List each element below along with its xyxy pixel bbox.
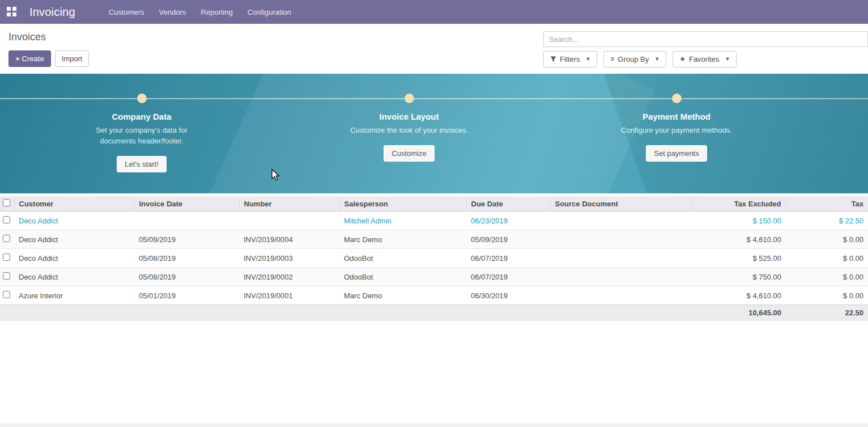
cell-salesperson[interactable]: OdooBot	[339, 268, 466, 286]
row-checkbox[interactable]	[3, 253, 10, 261]
cell-tax-excluded[interactable]: $ 4,610.00	[691, 286, 786, 305]
action-buttons: +Create Import	[8, 50, 89, 67]
menu-vendors[interactable]: Vendors	[152, 0, 194, 24]
invoice-row[interactable]: Deco Addict 05/09/2019 INV/2019/0004 Mar…	[0, 230, 868, 249]
cell-tax-excluded[interactable]: $ 525.00	[691, 249, 786, 268]
row-checkbox[interactable]	[3, 291, 10, 298]
cell-number[interactable]: INV/2019/0003	[239, 249, 339, 268]
cell-due-date[interactable]: 06/23/2019	[466, 212, 550, 230]
col-source-document[interactable]: Source Document	[550, 196, 691, 212]
cell-invoice-date[interactable]: 05/08/2019	[134, 268, 239, 286]
import-button[interactable]: Import	[55, 50, 90, 67]
filters-button-label: Filters	[560, 54, 580, 64]
cell-salesperson[interactable]: Mitchell Admin	[339, 212, 466, 230]
chevron-down-icon: ▼	[654, 54, 659, 64]
cell-number[interactable]: INV/2019/0001	[239, 286, 339, 305]
cell-tax-excluded[interactable]: $ 150.00	[691, 212, 786, 230]
navbar-menu: Customers Vendors Reporting Configuratio…	[101, 0, 299, 24]
cell-number[interactable]	[239, 212, 339, 230]
row-checkbox[interactable]	[3, 235, 10, 242]
select-all-checkbox[interactable]	[3, 199, 10, 206]
total-tax: 22.50	[786, 305, 868, 321]
cell-salesperson[interactable]: OdooBot	[339, 249, 466, 268]
col-tax[interactable]: Tax	[786, 196, 868, 212]
star-icon: ★	[679, 54, 686, 64]
invoice-row[interactable]: Deco Addict 05/08/2019 INV/2019/0003 Odo…	[0, 249, 868, 268]
filters-button[interactable]: Filters ▼	[543, 51, 597, 67]
invoice-row[interactable]: Deco Addict Mitchell Admin 06/23/2019 $ …	[0, 212, 868, 230]
favorites-button[interactable]: ★ Favorites ▼	[673, 51, 737, 67]
col-number[interactable]: Number	[239, 196, 339, 212]
cell-tax[interactable]: $ 0.00	[786, 268, 868, 286]
search-input[interactable]	[543, 31, 868, 47]
onboarding-step-invoice-layout: Invoice Layout Customize the look of you…	[318, 94, 500, 162]
row-checkbox[interactable]	[3, 272, 10, 280]
cell-customer[interactable]: Deco Addict	[14, 212, 134, 230]
col-customer[interactable]: Customer	[14, 196, 134, 212]
chevron-down-icon: ▼	[585, 54, 590, 64]
cell-customer[interactable]: Deco Addict	[14, 249, 134, 268]
cell-due-date[interactable]: 06/07/2019	[466, 268, 550, 286]
invoice-row[interactable]: Deco Addict 05/08/2019 INV/2019/0002 Odo…	[0, 268, 868, 286]
horizontal-scrollbar[interactable]	[0, 423, 868, 427]
cell-source-document[interactable]	[550, 212, 691, 230]
favorites-button-label: Favorites	[689, 54, 719, 64]
step-title: Payment Method	[586, 112, 767, 121]
step-description: Set your company's data for documents he…	[82, 125, 202, 147]
cell-tax-excluded[interactable]: $ 750.00	[691, 268, 786, 286]
cell-invoice-date[interactable]: 05/08/2019	[134, 249, 239, 268]
table-totals-row: 10,645.00 22.50	[0, 305, 868, 321]
cell-invoice-date[interactable]	[134, 212, 239, 230]
invoice-row[interactable]: Azure Interior 05/01/2019 INV/2019/0001 …	[0, 286, 868, 305]
group-by-button[interactable]: ≡ Group By ▼	[603, 51, 666, 67]
page-title[interactable]: Invoices	[8, 31, 89, 43]
cell-tax[interactable]: $ 0.00	[786, 286, 868, 305]
cell-source-document[interactable]	[550, 268, 691, 286]
cell-tax[interactable]: $ 0.00	[786, 249, 868, 268]
step-title: Invoice Layout	[318, 112, 500, 121]
menu-configuration[interactable]: Configuration	[240, 0, 299, 24]
row-checkbox-cell	[0, 286, 14, 305]
cell-due-date[interactable]: 06/30/2019	[466, 286, 550, 305]
cell-salesperson[interactable]: Marc Demo	[339, 286, 466, 305]
menu-customers[interactable]: Customers	[101, 0, 152, 24]
cell-salesperson[interactable]: Marc Demo	[339, 230, 466, 249]
chevron-down-icon: ▼	[725, 54, 730, 64]
customize-button[interactable]: Customize	[384, 145, 434, 162]
apps-grid-square	[12, 12, 16, 16]
cell-tax[interactable]: $ 0.00	[786, 230, 868, 249]
step-dot-icon	[137, 94, 147, 103]
cell-invoice-date[interactable]: 05/09/2019	[134, 230, 239, 249]
create-button[interactable]: +Create	[8, 50, 51, 67]
cell-source-document[interactable]	[550, 230, 691, 249]
cell-source-document[interactable]	[550, 249, 691, 268]
apps-grid-square	[12, 7, 16, 11]
set-payments-button[interactable]: Set payments	[646, 145, 707, 162]
col-tax-excluded[interactable]: Tax Excluded	[691, 196, 786, 212]
cell-due-date[interactable]: 06/07/2019	[466, 249, 550, 268]
cell-customer[interactable]: Azure Interior	[14, 286, 134, 305]
cell-number[interactable]: INV/2019/0002	[239, 268, 339, 286]
cell-tax[interactable]: $ 22.50	[786, 212, 868, 230]
cell-tax-excluded[interactable]: $ 4,610.00	[691, 230, 786, 249]
top-navbar: Invoicing Customers Vendors Reporting Co…	[0, 0, 868, 24]
invoices-table: Customer Invoice Date Number Salesperson…	[0, 196, 868, 321]
cell-invoice-date[interactable]: 05/01/2019	[134, 286, 239, 305]
step-description: Configure your payment methods.	[616, 125, 737, 136]
col-salesperson[interactable]: Salesperson	[339, 196, 466, 212]
col-invoice-date[interactable]: Invoice Date	[134, 196, 239, 212]
cell-due-date[interactable]: 05/09/2019	[466, 230, 550, 249]
onboarding-step-company-data: Company Data Set your company's data for…	[51, 94, 232, 172]
row-checkbox[interactable]	[3, 216, 10, 223]
app-title[interactable]: Invoicing	[29, 6, 75, 19]
cell-customer[interactable]: Deco Addict	[14, 230, 134, 249]
lets-start-button[interactable]: Let's start!	[117, 156, 167, 172]
cell-number[interactable]: INV/2019/0004	[239, 230, 339, 249]
apps-grid-icon[interactable]	[7, 7, 17, 17]
col-due-date[interactable]: Due Date	[466, 196, 550, 212]
table-header-row: Customer Invoice Date Number Salesperson…	[0, 196, 868, 212]
cell-customer[interactable]: Deco Addict	[14, 268, 134, 286]
step-description: Customize the look of your invoices.	[349, 125, 469, 136]
cell-source-document[interactable]	[550, 286, 691, 305]
menu-reporting[interactable]: Reporting	[193, 0, 240, 24]
